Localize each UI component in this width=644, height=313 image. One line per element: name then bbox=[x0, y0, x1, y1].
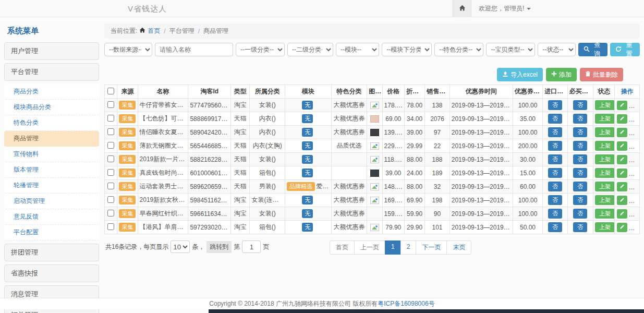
filter-module[interactable]: --模块-- bbox=[336, 43, 379, 56]
sidebar-subitem-商品分类[interactable]: 商品分类 bbox=[4, 84, 99, 100]
filter-feature-category[interactable]: --特色分类-- bbox=[434, 43, 483, 56]
import-select-toggle[interactable]: 否 bbox=[548, 209, 562, 219]
sidebar-subitem-模块商品分类[interactable]: 模块商品分类 bbox=[4, 100, 99, 115]
price: 178.00 bbox=[382, 99, 404, 112]
must-buy-toggle[interactable]: 否 bbox=[573, 141, 587, 151]
status-cell: 上架 bbox=[593, 221, 615, 234]
must-buy-toggle[interactable]: 否 bbox=[573, 195, 587, 205]
row-checkbox[interactable] bbox=[107, 115, 114, 122]
import-select-toggle[interactable]: 否 bbox=[548, 195, 562, 205]
import-select-toggle[interactable]: 否 bbox=[548, 100, 562, 110]
status-badge[interactable]: 上架 bbox=[595, 100, 615, 110]
edit-button[interactable] bbox=[617, 114, 627, 124]
user-menu[interactable]: 欢迎您，管理员! bbox=[471, 0, 538, 17]
sidebar-subitem-启动页管理[interactable]: 启动页管理 bbox=[4, 194, 99, 209]
sidebar-subitem-商品管理[interactable]: 商品管理 bbox=[4, 131, 99, 147]
import-select-toggle[interactable]: 否 bbox=[548, 168, 562, 178]
status-badge[interactable]: 上架 bbox=[595, 182, 615, 191]
edit-button[interactable] bbox=[617, 209, 627, 219]
edit-icon bbox=[619, 169, 625, 177]
must-buy-toggle[interactable]: 否 bbox=[573, 168, 587, 178]
edit-button[interactable] bbox=[617, 223, 627, 232]
filter-level2-category[interactable]: --二级分类-- bbox=[287, 43, 333, 56]
icp-link[interactable]: 粤ICP备16098006号 bbox=[378, 299, 434, 308]
row-checkbox[interactable] bbox=[107, 128, 114, 135]
filter-level1-category[interactable]: --一级分类-- bbox=[236, 43, 285, 56]
select-all-checkbox[interactable] bbox=[107, 88, 114, 94]
must-buy-toggle[interactable]: 否 bbox=[573, 154, 587, 164]
sidebar-title: 系统菜单 bbox=[4, 23, 99, 42]
status-badge[interactable]: 上架 bbox=[595, 114, 615, 124]
sidebar-section-拼团管理[interactable]: 拼团管理 bbox=[4, 244, 99, 261]
status-badge[interactable]: 上架 bbox=[595, 209, 615, 219]
breadcrumb-separator: / bbox=[162, 28, 167, 35]
must-buy-toggle[interactable]: 否 bbox=[573, 209, 587, 219]
status-cell: 上架 bbox=[593, 99, 615, 112]
sidebar-section-platform-management[interactable]: 平台管理 bbox=[4, 63, 99, 81]
sidebar-subitem-版本管理[interactable]: 版本管理 bbox=[4, 162, 99, 178]
status-badge[interactable]: 上架 bbox=[595, 154, 615, 164]
batch-delete-button[interactable]: 批量删除 bbox=[580, 68, 623, 81]
status-badge[interactable]: 上架 bbox=[595, 127, 615, 137]
row-checkbox[interactable] bbox=[107, 155, 114, 162]
row-checkbox[interactable] bbox=[107, 196, 114, 203]
page-btn-下一页[interactable]: 下一页 bbox=[416, 240, 447, 255]
breadcrumb-home-link[interactable]: 首页 bbox=[148, 27, 160, 35]
must-buy-toggle[interactable]: 否 bbox=[573, 182, 587, 191]
add-button[interactable]: 添加 bbox=[546, 68, 577, 81]
page-btn-首页[interactable]: 首页 bbox=[330, 240, 355, 255]
page-btn-末页[interactable]: 末页 bbox=[446, 240, 471, 255]
filter-status[interactable]: --状态-- bbox=[538, 43, 575, 56]
status-badge[interactable]: 上架 bbox=[595, 222, 615, 232]
must-buy-toggle[interactable]: 否 bbox=[573, 114, 587, 124]
import-select-toggle[interactable]: 否 bbox=[548, 127, 562, 137]
import-select-toggle[interactable]: 否 bbox=[548, 182, 562, 191]
sidebar-subitem-宣传物料[interactable]: 宣传物料 bbox=[4, 147, 99, 162]
import-select-toggle[interactable]: 否 bbox=[548, 141, 562, 151]
edit-button[interactable] bbox=[617, 128, 627, 137]
filter-item-type[interactable]: --宝贝类型-- bbox=[486, 43, 535, 56]
row-checkbox[interactable] bbox=[107, 183, 114, 189]
import-select-toggle[interactable]: 否 bbox=[548, 222, 562, 232]
jump-page-input[interactable] bbox=[242, 240, 261, 253]
reset-button[interactable]: 重置 bbox=[610, 43, 640, 56]
jump-to-button[interactable]: 跳转到 bbox=[206, 241, 232, 253]
import-select-toggle[interactable]: 否 bbox=[548, 154, 562, 164]
edit-button[interactable] bbox=[617, 168, 627, 178]
page-btn-上一页[interactable]: 上一页 bbox=[354, 240, 385, 255]
filter-data-source[interactable]: --数据来源-- bbox=[104, 43, 152, 56]
import-select-toggle[interactable]: 否 bbox=[548, 114, 562, 124]
status-badge[interactable]: 上架 bbox=[595, 168, 615, 178]
sidebar-subitem-意见反馈[interactable]: 意见反馈 bbox=[4, 209, 99, 225]
sidebar-section-user-management[interactable]: 用户管理 bbox=[4, 42, 99, 60]
edit-button[interactable] bbox=[617, 182, 627, 191]
row-checkbox[interactable] bbox=[107, 142, 114, 149]
page-btn-1[interactable]: 1 bbox=[385, 240, 401, 255]
per-page-select[interactable]: 10 bbox=[171, 240, 190, 253]
row-checkbox[interactable] bbox=[107, 101, 114, 108]
edit-button[interactable] bbox=[617, 141, 627, 151]
row-checkbox[interactable] bbox=[107, 210, 114, 216]
edit-button[interactable] bbox=[617, 101, 627, 110]
name-search-input[interactable] bbox=[155, 43, 233, 56]
row-checkbox[interactable] bbox=[107, 223, 114, 230]
edit-button[interactable] bbox=[617, 155, 627, 164]
page-btn-2[interactable]: 2 bbox=[400, 240, 417, 255]
must-buy-toggle[interactable]: 否 bbox=[573, 100, 587, 110]
sidebar-subitem-平台配置[interactable]: 平台配置 bbox=[4, 225, 99, 240]
must-buy-toggle[interactable]: 否 bbox=[573, 222, 587, 232]
filter-module-subcategory[interactable]: --模块下分类-- bbox=[382, 43, 432, 56]
edit-button[interactable] bbox=[617, 196, 627, 205]
row-checkbox-cell bbox=[105, 166, 117, 180]
sidebar-section-省惠快报[interactable]: 省惠快报 bbox=[4, 264, 99, 282]
row-checkbox[interactable] bbox=[107, 169, 114, 176]
status-badge[interactable]: 上架 bbox=[595, 195, 615, 205]
home-button[interactable] bbox=[453, 0, 471, 17]
search-button[interactable]: 查询 bbox=[578, 43, 608, 56]
status-badge[interactable]: 上架 bbox=[595, 141, 615, 151]
import-excel-button[interactable]: 导入excel bbox=[497, 68, 543, 81]
taoke-id: 598451162391 bbox=[188, 194, 231, 207]
sidebar-subitem-轮播管理[interactable]: 轮播管理 bbox=[4, 178, 99, 194]
sidebar-subitem-特色分类[interactable]: 特色分类 bbox=[4, 115, 99, 131]
must-buy-toggle[interactable]: 否 bbox=[573, 127, 587, 137]
